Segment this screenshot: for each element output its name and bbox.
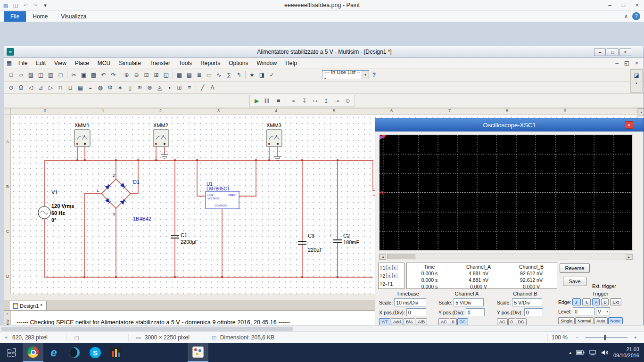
tab-file[interactable]: File bbox=[4, 11, 26, 22]
zoom-area-icon[interactable]: ⊡ bbox=[141, 70, 151, 80]
multisim-close-button[interactable]: × bbox=[619, 48, 631, 56]
multimeter-xmm1[interactable]: XMM1 bbox=[74, 123, 90, 147]
channel-b-scale-input[interactable]: 5 V/Div bbox=[512, 298, 542, 306]
add-mode-button[interactable]: Add bbox=[391, 318, 403, 325]
open-file-icon[interactable]: ▱ bbox=[16, 70, 26, 80]
paste-icon[interactable]: ▩ bbox=[89, 70, 99, 80]
tab-visualizza[interactable]: Visualizza bbox=[54, 11, 93, 22]
place-bus-icon[interactable]: ≡ bbox=[184, 83, 194, 92]
undo-toolbar-icon[interactable]: ↶ bbox=[99, 70, 108, 80]
channel-b-ac-button[interactable]: AC bbox=[497, 318, 508, 325]
channel-a-dc-button[interactable]: DC bbox=[457, 318, 468, 325]
trigger-level-input[interactable]: 0 bbox=[573, 307, 594, 315]
menu-edit[interactable]: Edit bbox=[32, 58, 50, 68]
step-into-button[interactable]: ↧ bbox=[299, 96, 309, 106]
ab-mode-button[interactable]: A/B bbox=[416, 318, 428, 325]
menu-reports[interactable]: Reports bbox=[196, 58, 224, 68]
design-toolbox-icon[interactable]: ▦ bbox=[174, 70, 184, 80]
scroll-left-icon[interactable]: ◄ bbox=[380, 254, 386, 260]
zoom-out-button[interactable]: − bbox=[573, 334, 581, 341]
trigger-none-button[interactable]: None bbox=[608, 317, 623, 324]
network-icon[interactable] bbox=[589, 350, 597, 355]
paint-horizontal-scrollbar[interactable] bbox=[0, 325, 644, 331]
pause-simulation-button[interactable]: ▌▌ bbox=[263, 96, 272, 106]
wires[interactable] bbox=[44, 147, 388, 277]
console-close-icon[interactable]: × bbox=[6, 312, 8, 316]
instrument-button[interactable]: ◪ bbox=[632, 71, 642, 80]
t2-right-button[interactable]: ► bbox=[392, 273, 397, 278]
help-icon[interactable]: ? bbox=[369, 70, 379, 80]
trigger-normal-button[interactable]: Normal bbox=[575, 317, 594, 324]
scope-scroll-thumb[interactable] bbox=[387, 255, 415, 259]
new-file-icon[interactable]: □ bbox=[6, 70, 16, 80]
trigger-unit-dropdown[interactable]: V ▾ bbox=[596, 307, 610, 315]
place-transistor-icon[interactable]: ⊿ bbox=[36, 83, 46, 92]
trigger-ext-button[interactable]: Ext bbox=[610, 298, 621, 305]
menu-place[interactable]: Place bbox=[71, 58, 93, 68]
volume-icon[interactable] bbox=[602, 350, 609, 355]
taskbar-paint[interactable] bbox=[188, 343, 208, 362]
save-icon[interactable]: ◫ bbox=[11, 1, 20, 9]
spreadsheet-view-icon[interactable]: ▤ bbox=[184, 70, 194, 80]
clock[interactable]: 21.03 09/10/2016 bbox=[613, 346, 639, 359]
battery-icon[interactable] bbox=[576, 350, 585, 355]
capacitor-c3[interactable]: C3 220µF bbox=[298, 233, 323, 253]
show-hidden-icons-button[interactable]: ▴ bbox=[569, 350, 571, 355]
toggle-breakpoint-button[interactable]: ⊙ bbox=[343, 96, 353, 106]
start-button[interactable] bbox=[0, 343, 23, 362]
channel-b-ypos-input[interactable]: 0 bbox=[524, 308, 543, 316]
capacitor-c2[interactable]: + C2 100mF bbox=[330, 233, 360, 245]
zoom-fit-icon[interactable]: ⊞ bbox=[151, 70, 161, 80]
place-wire-icon[interactable]: ╱ bbox=[198, 83, 207, 92]
place-peripherals-icon[interactable]: ▯ bbox=[125, 83, 135, 92]
print-icon[interactable]: ▥ bbox=[46, 70, 56, 80]
taskbar-app-dark[interactable] bbox=[64, 343, 85, 362]
menu-options[interactable]: Options bbox=[224, 58, 252, 68]
paint-close-button[interactable]: × bbox=[630, 0, 644, 10]
multisim-minimize-button[interactable]: – bbox=[594, 48, 606, 56]
place-rf-icon[interactable]: ≋ bbox=[135, 83, 145, 92]
place-indicator-icon[interactable]: ◍ bbox=[95, 83, 105, 92]
place-basic-icon[interactable]: Ω bbox=[16, 83, 26, 92]
zoom-out-icon[interactable]: ⊖ bbox=[132, 70, 141, 80]
scroll-up-icon[interactable]: ▴ bbox=[638, 108, 644, 115]
component-wizard-icon[interactable]: ★ bbox=[247, 70, 257, 80]
run-simulation-button[interactable]: ▶ bbox=[252, 96, 262, 106]
timebase-xpos-input[interactable]: 0 bbox=[406, 308, 426, 316]
trigger-single-button[interactable]: Single bbox=[558, 317, 575, 324]
trigger-b-button[interactable]: B bbox=[601, 298, 609, 305]
menu-file[interactable]: File bbox=[14, 58, 32, 68]
menu-help[interactable]: Help bbox=[281, 58, 301, 68]
falling-edge-button[interactable] bbox=[582, 298, 591, 305]
instrument-dropdown-icon[interactable]: ▾ bbox=[632, 81, 642, 86]
collapse-ribbon-icon[interactable]: ∧ bbox=[622, 12, 630, 20]
scroll-right-icon[interactable]: ► bbox=[626, 254, 632, 260]
paint-help-icon[interactable]: ? bbox=[632, 12, 640, 20]
channel-a-zero-button[interactable]: 0 bbox=[450, 318, 457, 325]
place-cmos-icon[interactable]: ⊔ bbox=[66, 83, 75, 92]
menu-simulate[interactable]: Simulate bbox=[115, 58, 145, 68]
save-button[interactable]: Save bbox=[563, 277, 586, 286]
tab-design1[interactable]: Design1 * bbox=[9, 301, 47, 310]
postprocessor-icon[interactable]: ∑ bbox=[224, 70, 234, 80]
cut-icon[interactable]: ✂ bbox=[69, 70, 79, 80]
timebase-scale-input[interactable]: 10 ms/Div bbox=[394, 298, 426, 306]
zoom-in-icon[interactable]: ⊕ bbox=[122, 70, 132, 80]
place-analog-icon[interactable]: ▷ bbox=[46, 83, 56, 92]
run-to-cursor-button[interactable]: ⇥ bbox=[332, 96, 342, 106]
place-misc-icon[interactable]: ∗ bbox=[115, 83, 125, 92]
mdi-restore-button[interactable]: ◱ bbox=[622, 58, 632, 68]
reverse-button[interactable]: Reverse bbox=[560, 263, 590, 273]
redo-icon[interactable]: ↷ bbox=[31, 1, 40, 9]
spice-netlist-icon[interactable]: ≣ bbox=[194, 70, 204, 80]
t1-right-button[interactable]: ► bbox=[392, 265, 397, 270]
menu-view[interactable]: View bbox=[50, 58, 71, 68]
breadboard-icon[interactable]: ▭ bbox=[204, 70, 214, 80]
parent-sheet-icon[interactable]: ↰ bbox=[234, 70, 244, 80]
oscilloscope-close-button[interactable]: × bbox=[625, 121, 633, 129]
channel-b-dc-button[interactable]: DC bbox=[516, 318, 527, 325]
place-ttl-icon[interactable]: ⊓ bbox=[56, 83, 66, 92]
step-over-button[interactable]: ↦ bbox=[310, 96, 320, 106]
menu-transfer[interactable]: Transfer bbox=[145, 58, 174, 68]
channel-a-ypos-input[interactable]: 0 bbox=[466, 308, 485, 316]
